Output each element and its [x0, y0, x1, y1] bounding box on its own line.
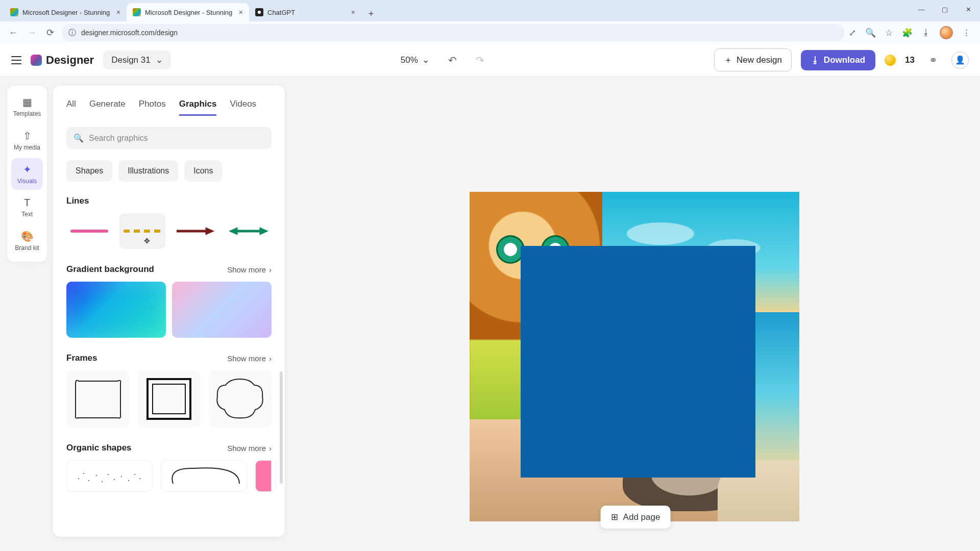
brand-logo[interactable]: Designer — [31, 54, 94, 67]
section-organic-title: Organic shapes — [66, 443, 132, 453]
line-dashed[interactable]: ✥ — [119, 213, 165, 249]
svg-point-16 — [134, 474, 135, 475]
rail-label: My media — [14, 144, 40, 151]
tab-graphics[interactable]: Graphics — [179, 99, 217, 116]
rail-brand-kit[interactable]: 🎨 Brand kit — [11, 225, 43, 257]
chip-shapes[interactable]: Shapes — [66, 160, 112, 182]
frames-row — [66, 370, 272, 428]
search-placeholder: Search graphics — [89, 134, 148, 143]
back-icon[interactable]: ← — [6, 26, 20, 40]
undo-icon[interactable]: ↶ — [444, 51, 462, 69]
window-minimize-icon[interactable]: — — [910, 0, 933, 18]
frame-tile[interactable] — [137, 370, 200, 428]
canvas-area[interactable]: ⊞ Add page — [306, 100, 965, 536]
profile-avatar[interactable] — [940, 26, 953, 39]
window-close-icon[interactable]: ✕ — [957, 0, 980, 18]
svg-point-7 — [78, 478, 79, 479]
svg-point-14 — [121, 476, 122, 477]
search-icon: 🔍 — [74, 133, 84, 143]
scrollbar[interactable] — [280, 371, 283, 484]
upload-icon: ⇧ — [23, 130, 32, 142]
rail-text[interactable]: T Text — [11, 192, 43, 223]
url-input[interactable]: ⓘ designer.microsoft.com/design — [61, 24, 845, 41]
tab-title: Microsoft Designer - Stunning — [22, 9, 112, 16]
new-design-button[interactable]: ＋ New design — [714, 48, 792, 71]
reload-icon[interactable]: ⟳ — [43, 26, 57, 40]
address-bar: ← → ⟳ ⓘ designer.microsoft.com/design ⤢ … — [0, 21, 980, 44]
forward-icon[interactable]: → — [24, 26, 39, 40]
add-page-label: Add page — [623, 512, 660, 522]
left-rail: ▦ Templates ⇧ My media ✦ Visuals T Text … — [7, 86, 47, 262]
rail-label: Brand kit — [15, 244, 39, 252]
svg-point-11 — [102, 481, 103, 482]
chevron-right-icon — [269, 444, 272, 453]
rail-label: Text — [21, 211, 33, 218]
zoom-value: 50% — [401, 55, 418, 65]
gradient-tile[interactable] — [66, 282, 166, 338]
svg-point-8 — [83, 473, 84, 474]
rail-templates[interactable]: ▦ Templates — [11, 91, 43, 122]
category-chips: Shapes Illustrations Icons — [66, 160, 272, 182]
organic-tile[interactable] — [255, 460, 272, 492]
add-page-button[interactable]: ⊞ Add page — [601, 506, 671, 529]
cursor-icon: ✥ — [144, 237, 150, 245]
design-name-dropdown[interactable]: Design 31 ⌄ — [103, 51, 171, 69]
download-icon: ⭳ — [811, 55, 820, 65]
line-arrow-both[interactable] — [226, 213, 272, 249]
svg-marker-4 — [259, 227, 268, 235]
show-more-gradient[interactable]: Show more — [227, 265, 272, 274]
share-icon[interactable]: ⚭ — [924, 51, 942, 69]
bookmark-icon[interactable]: ☆ — [885, 28, 893, 38]
tab-close-icon[interactable]: × — [351, 8, 355, 16]
tab-generate[interactable]: Generate — [89, 99, 126, 116]
browser-tab[interactable]: Microsoft Designer - Stunning × — [127, 3, 249, 21]
search-input[interactable]: 🔍 Search graphics — [66, 127, 272, 149]
frame-tile[interactable] — [66, 370, 129, 428]
rail-my-media[interactable]: ⇧ My media — [11, 124, 43, 156]
site-info-icon[interactable]: ⓘ — [68, 28, 76, 38]
lines-row: ✥ — [66, 213, 272, 249]
redo-icon[interactable]: ↷ — [471, 51, 489, 69]
favicon-icon — [133, 8, 141, 16]
chip-illustrations[interactable]: Illustrations — [118, 160, 178, 182]
hamburger-icon[interactable] — [11, 56, 21, 64]
tab-title: ChatGPT — [267, 9, 347, 16]
show-more-frames[interactable]: Show more — [227, 354, 272, 363]
svg-point-15 — [128, 480, 129, 481]
app-header: Designer Design 31 ⌄ 50% ⌄ ↶ ↷ ＋ New des… — [0, 44, 980, 77]
organic-tile[interactable] — [161, 460, 247, 492]
panel-tabs: All Generate Photos Graphics Videos — [66, 99, 272, 116]
kebab-menu-icon[interactable]: ⋮ — [962, 28, 971, 38]
browser-tab[interactable]: Microsoft Designer - Stunning × — [4, 3, 127, 21]
tab-close-icon[interactable]: × — [116, 8, 120, 16]
visuals-icon: ✦ — [23, 163, 32, 176]
chip-icons[interactable]: Icons — [184, 160, 222, 182]
tab-videos[interactable]: Videos — [230, 99, 256, 116]
organic-tile[interactable] — [66, 460, 153, 492]
artboard[interactable] — [470, 192, 799, 521]
window-maximize-icon[interactable]: ▢ — [933, 0, 957, 18]
line-solid[interactable] — [66, 213, 112, 249]
install-app-icon[interactable]: ⤢ — [849, 28, 856, 38]
frame-tile[interactable] — [209, 370, 272, 428]
tab-all[interactable]: All — [66, 99, 76, 116]
show-more-organic[interactable]: Show more — [227, 444, 272, 453]
extensions-icon[interactable]: 🧩 — [902, 28, 913, 38]
tab-close-icon[interactable]: × — [239, 8, 243, 16]
shape-rectangle[interactable] — [521, 246, 755, 478]
tab-photos[interactable]: Photos — [139, 99, 166, 116]
new-tab-button[interactable]: + — [363, 6, 379, 21]
account-icon[interactable]: 👤 — [951, 52, 969, 69]
download-button[interactable]: ⭳ Download — [801, 50, 875, 70]
gradient-tile[interactable] — [172, 282, 272, 338]
svg-point-12 — [108, 474, 109, 475]
downloads-icon[interactable]: ⭳ — [922, 28, 930, 38]
browser-tab[interactable]: ChatGPT × — [249, 3, 361, 21]
rail-visuals[interactable]: ✦ Visuals — [11, 158, 43, 190]
plus-icon: ＋ — [724, 54, 732, 66]
palette-icon: 🎨 — [21, 230, 34, 242]
zoom-dropdown[interactable]: 50% ⌄ — [396, 52, 434, 68]
zoom-icon[interactable]: 🔍 — [865, 28, 876, 38]
line-arrow-right[interactable] — [173, 213, 218, 249]
plus-square-icon: ⊞ — [611, 512, 618, 522]
